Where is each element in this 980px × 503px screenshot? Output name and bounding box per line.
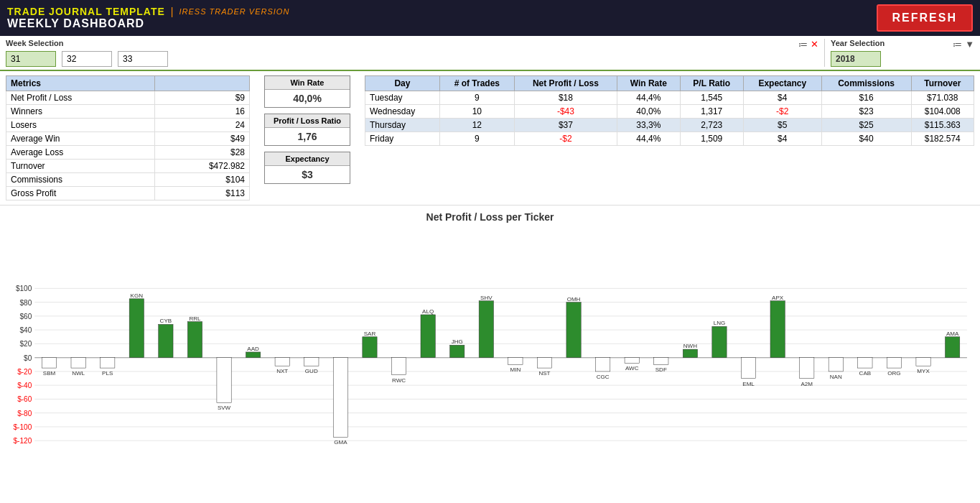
ticker-label: AWC	[625, 365, 639, 372]
ticker-label: SDF	[655, 366, 667, 373]
bar	[333, 358, 347, 438]
bar	[625, 358, 639, 364]
bar	[770, 301, 785, 358]
day-net-pl: $37	[514, 119, 617, 132]
day-name: Tuesday	[365, 91, 440, 105]
day-table-row: Friday 9 -$2 44,4% 1,509 $4 $40 $182.574	[365, 132, 974, 146]
day-col-header: Expectancy	[743, 76, 821, 91]
day-turnover: $104.008	[911, 105, 974, 119]
day-name: Thursday	[365, 119, 440, 132]
bar	[945, 337, 959, 358]
day-pl-ratio: 1,545	[680, 91, 743, 105]
header-left: TRADE JOURNAL TEMPLATE | IRESS TRADER VE…	[7, 6, 289, 30]
ticker-label: CGC	[597, 374, 610, 380]
bar	[187, 322, 202, 358]
metrics-table: Metrics Net Profit / Loss$9Winners16Lose…	[6, 75, 250, 200]
day-pl-ratio: 1,317	[680, 105, 743, 119]
ticker-label: NXT	[276, 368, 288, 374]
metrics-row: Average Win$49	[6, 132, 250, 146]
chart-container: $100$80$60$40$20$0$-20$-40$-60$-80$-100$…	[6, 226, 974, 503]
bar	[71, 358, 85, 368]
week-input-1[interactable]	[6, 51, 56, 67]
ticker-label: GUD	[305, 368, 318, 374]
svg-text:$80: $80	[19, 299, 32, 307]
metrics-col-header: Metrics	[6, 76, 155, 91]
ticker-label: AAD	[247, 346, 259, 352]
metrics-row: Net Profit / Loss$9	[6, 91, 250, 105]
ticker-label: A2M	[801, 381, 813, 387]
chart-title: Net Profit / Loss per Ticker	[6, 211, 974, 223]
week-filter-clear-icon[interactable]: ✕	[811, 39, 818, 50]
stats-boxes: Win Rate 40,0% Profit / Loss Ratio 1,76 …	[250, 75, 365, 200]
dashboard-title: WEEKLY DASHBOARD	[7, 17, 289, 30]
ticker-label: CYB	[160, 318, 172, 324]
week-selection-area: Week Selection ≔ ✕	[6, 39, 818, 67]
ticker-label: ORG	[887, 370, 900, 377]
metric-label: Winners	[6, 105, 155, 119]
svg-text:$-80: $-80	[17, 410, 32, 417]
day-col-header: Day	[365, 76, 440, 91]
metric-value: $49	[154, 132, 249, 146]
bar-chart: $100$80$60$40$20$0$-20$-40$-60$-80$-100$…	[6, 226, 974, 503]
day-col-header: Turnover	[911, 76, 974, 91]
win-rate-value: 40,0%	[271, 93, 344, 104]
bar	[363, 337, 377, 358]
day-trades: 10	[439, 105, 514, 119]
bar	[916, 358, 930, 366]
ticker-label: RWC	[392, 377, 406, 384]
metric-value: 24	[154, 119, 249, 132]
ticker-label: KGN	[131, 292, 144, 299]
metrics-row: Commissions$104	[6, 173, 250, 187]
bar	[508, 358, 523, 365]
ticker-label: GMA	[334, 439, 347, 446]
svg-text:$0: $0	[24, 354, 32, 362]
day-commissions: $25	[821, 119, 911, 132]
metrics-row: Average Loss$28	[6, 146, 250, 160]
week-input-2[interactable]	[62, 51, 112, 67]
ticker-label: SAR	[364, 331, 376, 337]
metrics-row: Winners16	[6, 105, 250, 119]
ticker-label: CAB	[859, 370, 872, 377]
ticker-label: NWL	[72, 370, 85, 377]
day-expectancy: $4	[743, 91, 821, 105]
day-expectancy: -$2	[743, 105, 821, 119]
year-filter-clear-icon[interactable]: ▼	[965, 39, 974, 50]
year-input[interactable]	[831, 51, 881, 67]
bar	[450, 345, 465, 357]
ticker-label: ALQ	[422, 308, 434, 315]
chart-section: Net Profit / Loss per Ticker $100$80$60$…	[0, 206, 980, 503]
year-filter-sort-icon[interactable]: ≔	[953, 39, 962, 50]
day-table: Day# of TradesNet Profit / LossWin RateP…	[365, 75, 974, 200]
week-filter-sort-icon[interactable]: ≔	[798, 39, 808, 50]
ticker-label: NAN	[830, 374, 842, 380]
pl-ratio-value: 1,76	[271, 131, 344, 142]
svg-text:$-20: $-20	[17, 368, 32, 376]
header: TRADE JOURNAL TEMPLATE | IRESS TRADER VE…	[0, 0, 980, 36]
day-turnover: $71.038	[911, 91, 974, 105]
bar	[712, 326, 727, 357]
bar	[42, 358, 56, 368]
metric-label: Commissions	[6, 173, 155, 187]
metric-value: $113	[154, 187, 249, 200]
day-win-rate: 33,3%	[617, 119, 681, 132]
filter-area: Week Selection ≔ ✕ Year Selection ≔ ▼	[0, 36, 980, 71]
bar	[683, 349, 697, 358]
day-expectancy: $5	[743, 119, 821, 132]
metrics-row: Gross Profit$113	[6, 187, 250, 200]
pl-ratio-box: Profit / Loss Ratio 1,76	[264, 114, 350, 146]
day-commissions: $23	[821, 105, 911, 119]
ticker-label: OMH	[567, 296, 581, 303]
expectancy-box: Expectancy $3	[264, 152, 350, 184]
day-col-header: Net Profit / Loss	[514, 76, 617, 91]
day-table-row: Thursday 12 $37 33,3% 2,723 $5 $25 $115.…	[365, 119, 974, 132]
refresh-button[interactable]: REFRESH	[877, 4, 973, 32]
win-rate-box: Win Rate 40,0%	[264, 75, 350, 108]
day-name: Wednesday	[365, 105, 440, 119]
day-col-header: # of Trades	[439, 76, 514, 91]
ticker-label: MYX	[917, 368, 930, 374]
week-input-3[interactable]	[118, 51, 168, 67]
metrics-row: Turnover$472.982	[6, 160, 250, 173]
metric-value: $472.982	[154, 160, 249, 173]
bar	[246, 352, 260, 358]
metric-label: Average Win	[6, 132, 155, 146]
